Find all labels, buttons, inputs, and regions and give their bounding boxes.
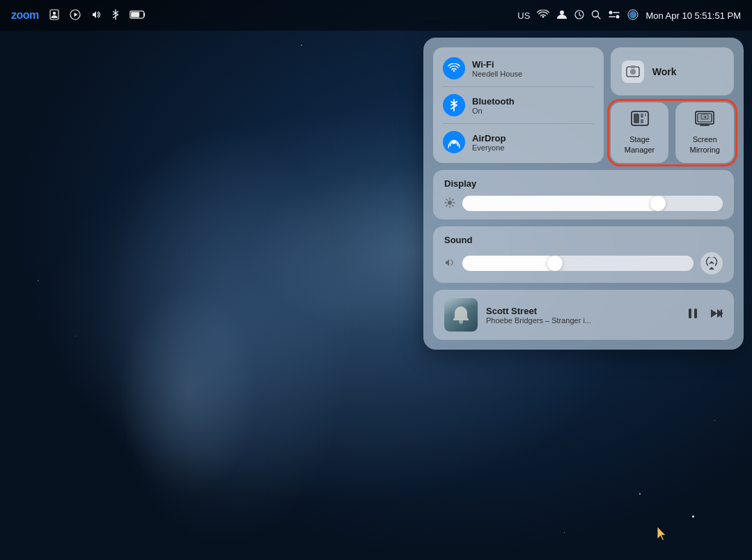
airdrop-label: AirDrop (472, 133, 506, 143)
svg-rect-42 (721, 309, 722, 318)
battery-icon[interactable] (130, 10, 146, 22)
divider-2 (443, 123, 594, 124)
now-playing-info: Scott Street Phoebe Bridgers – Stranger … (486, 306, 678, 325)
skip-forward-button[interactable] (709, 307, 723, 323)
svg-line-34 (446, 199, 448, 201)
person-icon[interactable] (556, 9, 567, 22)
svg-line-36 (446, 205, 448, 206)
airplay-audio-button[interactable] (700, 252, 723, 274)
svg-rect-22 (641, 114, 643, 118)
cc-network-tile: Wi-Fi Needell House Bluetooth On (433, 47, 604, 163)
wifi-network-icon (443, 57, 465, 79)
svg-point-6 (560, 10, 564, 15)
wifi-label: Wi-Fi (472, 59, 522, 70)
volume-icon[interactable] (91, 9, 102, 22)
svg-point-38 (711, 261, 713, 263)
svg-marker-3 (74, 13, 77, 17)
brightness-row (444, 196, 723, 211)
volume-slider[interactable] (462, 256, 694, 271)
screen-mirroring-tile[interactable]: ScreenMirroring (675, 102, 734, 163)
stage-screen-row: StageManager ScreenMirroring (611, 102, 734, 163)
sound-section: Sound (433, 226, 734, 283)
now-playing-title: Scott Street (486, 306, 678, 316)
wifi-text: Wi-Fi Needell House (472, 59, 522, 78)
airdrop-sub: Everyone (472, 143, 506, 152)
svg-line-9 (598, 16, 601, 19)
now-playing-section: Scott Street Phoebe Bridgers – Stranger … (433, 290, 734, 340)
wifi-icon[interactable] (537, 10, 549, 22)
svg-rect-5 (131, 12, 139, 17)
cc-top-row: Wi-Fi Needell House Bluetooth On (433, 47, 734, 163)
svg-point-10 (609, 10, 613, 14)
menubar: zoom (0, 0, 752, 31)
stage-manager-tile[interactable]: StageManager (611, 102, 669, 163)
svg-line-37 (453, 199, 454, 201)
svg-rect-19 (631, 65, 635, 68)
cc-top-right: Work StageManager (611, 47, 734, 163)
control-center-panel: Wi-Fi Needell House Bluetooth On (423, 38, 744, 350)
album-art (444, 298, 478, 332)
clock-icon[interactable] (574, 10, 584, 22)
work-tile[interactable]: Work (611, 47, 734, 95)
menubar-left: zoom (11, 9, 517, 22)
pause-button[interactable] (687, 307, 699, 323)
contacts-icon[interactable] (49, 9, 60, 22)
svg-rect-40 (689, 309, 691, 318)
bluetooth-sub: On (472, 107, 515, 115)
speaker-icon (444, 258, 455, 270)
work-icon (622, 61, 644, 83)
svg-point-18 (630, 69, 636, 75)
display-label: Display (444, 178, 723, 189)
screen-mirroring-icon (695, 111, 714, 130)
brightness-icon (444, 197, 455, 210)
airdrop-icon (443, 131, 465, 153)
menubar-right: US (517, 9, 741, 22)
wifi-item[interactable]: Wi-Fi Needell House (443, 57, 594, 79)
svg-point-12 (616, 15, 620, 18)
sound-row (444, 252, 723, 274)
play-icon[interactable] (70, 9, 81, 22)
control-center-icon[interactable] (608, 10, 620, 22)
svg-rect-41 (694, 309, 697, 318)
zoom-app-name[interactable]: zoom (11, 9, 39, 22)
bluetooth-item[interactable]: Bluetooth On (443, 94, 594, 116)
bluetooth-label: Bluetooth (472, 96, 515, 107)
datetime-display[interactable]: Mon Apr 10 5:51:51 PM (645, 10, 741, 21)
wifi-sub: Needell House (472, 70, 522, 78)
svg-line-35 (453, 205, 454, 206)
svg-rect-23 (641, 119, 643, 123)
svg-rect-24 (645, 114, 646, 116)
divider-1 (443, 86, 594, 87)
now-playing-artist: Phoebe Bridgers – Stranger i... (486, 316, 678, 325)
sound-label: Sound (444, 235, 723, 245)
airdrop-text: AirDrop Everyone (472, 133, 506, 152)
bluetooth-icon[interactable] (111, 9, 120, 22)
bluetooth-network-icon (443, 94, 465, 116)
svg-rect-21 (634, 114, 639, 123)
stage-manager-label: StageManager (625, 134, 655, 155)
now-playing-controls (687, 307, 723, 323)
work-label: Work (652, 66, 677, 77)
keyboard-layout[interactable]: US (517, 10, 530, 21)
bluetooth-text: Bluetooth On (472, 96, 515, 115)
svg-point-39 (459, 320, 463, 324)
album-art-inner (444, 298, 478, 332)
brightness-slider[interactable] (462, 196, 723, 211)
svg-point-15 (629, 11, 636, 18)
airdrop-item[interactable]: AirDrop Everyone (443, 131, 594, 153)
siri-icon[interactable] (627, 9, 639, 22)
stage-manager-icon (631, 111, 649, 130)
spotlight-icon[interactable] (591, 10, 601, 22)
svg-point-29 (448, 201, 452, 205)
display-section: Display (433, 170, 734, 219)
screen-mirroring-label: ScreenMirroring (689, 134, 719, 155)
svg-point-1 (53, 11, 56, 14)
